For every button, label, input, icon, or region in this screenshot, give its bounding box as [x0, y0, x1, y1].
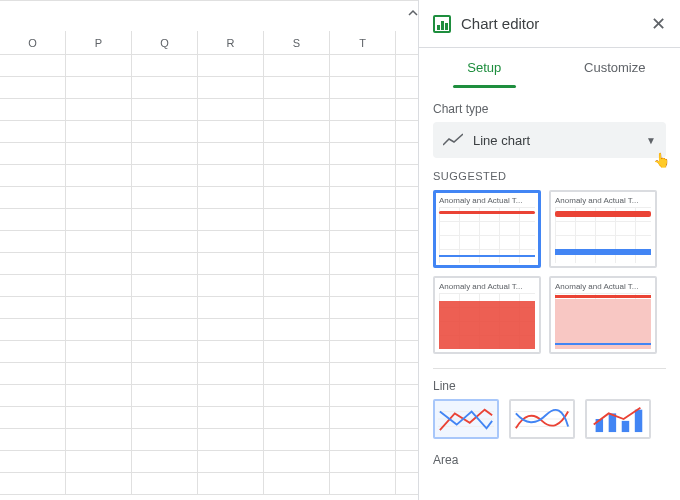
col-header[interactable]: Q [132, 31, 198, 54]
thumb-title: Anomaly and Actual T... [555, 282, 651, 291]
chart-editor-panel: Chart editor ✕ Setup Customize Chart typ… [418, 0, 680, 500]
line-options [433, 399, 666, 439]
svg-rect-8 [622, 421, 629, 432]
col-header[interactable]: O [0, 31, 66, 54]
area-section-label: Area [433, 453, 666, 467]
editor-tabs: Setup Customize [419, 48, 680, 88]
close-icon[interactable]: ✕ [651, 13, 666, 35]
cursor-icon: 👆 [653, 152, 670, 168]
line-chart-icon [443, 133, 463, 147]
col-header[interactable]: P [66, 31, 132, 54]
suggested-thumb-smooth[interactable]: Anomaly and Actual T... [549, 190, 657, 268]
suggested-thumb-line[interactable]: Anomaly and Actual T... [433, 190, 541, 268]
suggested-thumb-stacked[interactable]: Anomaly and Actual T... [549, 276, 657, 354]
thumb-title: Anomaly and Actual T... [439, 282, 535, 291]
panel-title: Chart editor [461, 15, 651, 32]
line-option-combo[interactable] [585, 399, 651, 439]
panel-header: Chart editor ✕ [419, 0, 680, 48]
divider [433, 368, 666, 369]
col-header[interactable]: T [330, 31, 396, 54]
chart-logo-icon [433, 15, 451, 33]
suggested-thumbnails: Anomaly and Actual T... Anomaly and Actu… [433, 190, 666, 354]
chart-type-value: Line chart [473, 133, 646, 148]
column-headers: O P Q R S T [0, 31, 420, 55]
suggested-label: SUGGESTED [433, 170, 666, 182]
line-option-smooth[interactable] [509, 399, 575, 439]
svg-rect-9 [635, 410, 642, 432]
panel-body[interactable]: Chart type Line chart ▼ 👆 SUGGESTED Anom… [419, 88, 680, 500]
tab-setup[interactable]: Setup [419, 48, 550, 88]
chevron-down-icon: ▼ [646, 135, 656, 146]
col-header[interactable]: S [264, 31, 330, 54]
thumb-title: Anomaly and Actual T... [439, 196, 535, 205]
tab-customize[interactable]: Customize [550, 48, 681, 88]
spreadsheet-grid[interactable]: O P Q R S T [0, 0, 420, 500]
line-option-basic[interactable] [433, 399, 499, 439]
chart-type-select[interactable]: Line chart ▼ 👆 [433, 122, 666, 158]
col-header[interactable]: R [198, 31, 264, 54]
line-section-label: Line [433, 379, 666, 393]
chart-type-label: Chart type [433, 102, 666, 116]
suggested-thumb-area[interactable]: Anomaly and Actual T... [433, 276, 541, 354]
cell-rows[interactable] [0, 55, 420, 495]
thumb-title: Anomaly and Actual T... [555, 196, 651, 205]
